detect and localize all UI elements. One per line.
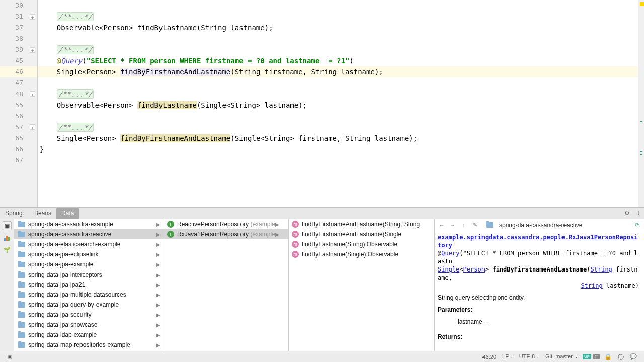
line-number: 30 — [0, 0, 37, 11]
forward-icon[interactable]: → — [449, 221, 457, 229]
cursor-position[interactable]: 46:20 — [479, 354, 499, 360]
update-badge[interactable]: UP — [583, 354, 591, 359]
chevron-right-icon: ▶ — [156, 282, 164, 288]
tab-data[interactable]: Data — [56, 208, 79, 219]
repository-item[interactable]: IReactivePersonRepository (example▶ — [164, 219, 288, 229]
code-content[interactable]: /**...*/ Observable<Person> findByLastna… — [38, 0, 644, 207]
badge[interactable]: ▢ — [593, 354, 600, 359]
module-icon[interactable]: ▣ — [3, 221, 12, 230]
chevron-right-icon: ▶ — [156, 262, 164, 267]
file-encoding[interactable]: UTF-8≑ — [516, 353, 542, 360]
refresh-icon[interactable]: ⟳ — [633, 221, 641, 229]
chevron-right-icon: ▶ — [156, 322, 164, 328]
fold-toggle[interactable]: + — [30, 14, 35, 20]
gear-icon[interactable]: ⚙ — [621, 210, 633, 217]
module-item[interactable]: spring-data-cassandra-reactive▶ — [14, 229, 164, 239]
module-item[interactable]: spring-data-map-repositories-example▶ — [14, 340, 164, 350]
line-number: 47 — [0, 77, 37, 88]
method-signature: findByLastname(Single):Observable — [302, 251, 398, 258]
chevron-right-icon: ▶ — [156, 272, 164, 278]
module-item[interactable]: spring-data-jpa-security▶ — [14, 310, 164, 320]
edit-icon[interactable]: ✎ — [471, 221, 479, 229]
single-link[interactable]: Single — [438, 266, 459, 273]
method-item[interactable]: mfindByLastname(Single):Observable — [289, 249, 434, 259]
folder-icon — [18, 342, 25, 348]
query-annotation[interactable]: Query — [61, 57, 82, 65]
module-item[interactable]: spring-data-jpa-eclipselink▶ — [14, 249, 164, 259]
fold-toggle[interactable]: + — [30, 125, 35, 130]
folder-icon — [18, 312, 25, 318]
method-icon: m — [292, 251, 299, 258]
method-signature: findByFirstnameAndLastname(Single — [302, 231, 401, 238]
module-name: spring-data-jpa-example — [28, 261, 156, 268]
method-item[interactable]: mfindByLastname(String):Observable — [289, 239, 434, 249]
marker[interactable] — [640, 151, 642, 152]
module-name: spring-data-jpa-eclipselink — [28, 251, 156, 258]
line-number: 38 — [0, 33, 37, 44]
folder-icon — [18, 262, 25, 267]
fold-toggle[interactable]: + — [30, 47, 35, 53]
line-number: 65 — [0, 133, 37, 144]
chevron-right-icon: ▶ — [156, 232, 164, 237]
doc-breadcrumb: spring-data-cassandra-reactive — [482, 222, 630, 229]
string-link[interactable]: String — [590, 266, 612, 273]
fqn-link[interactable]: example.springdata.cassandra.people.RxJa… — [438, 234, 637, 249]
module-item[interactable]: spring-data-jpa-jpa21▶ — [14, 280, 164, 290]
chevron-right-icon: ▶ — [156, 312, 164, 318]
git-branch[interactable]: Git: master ≑ — [542, 353, 582, 360]
module-item[interactable]: spring-data-ldap-example▶ — [14, 330, 164, 340]
module-item[interactable]: spring-data-cassandra-example▶ — [14, 219, 164, 229]
person-link[interactable]: Person — [463, 266, 485, 273]
folder-icon — [18, 332, 25, 338]
bean-icon[interactable]: 🌱 — [3, 245, 12, 254]
marker[interactable] — [640, 154, 642, 155]
module-item[interactable]: spring-data-jpa-showcase▶ — [14, 320, 164, 330]
module-item[interactable]: spring-data-jpa-multiple-datasources▶ — [14, 290, 164, 300]
module-name: spring-data-jpa-security — [28, 311, 156, 318]
line-number: 57+ — [0, 122, 37, 133]
notification-icon[interactable]: 💬 — [627, 353, 640, 360]
module-item[interactable]: spring-data-jpa-query-by-example▶ — [14, 300, 164, 310]
module-item[interactable]: spring-data-jpa-interceptors▶ — [14, 269, 164, 280]
folded-javadoc[interactable]: /**...*/ — [57, 89, 94, 99]
repository-item[interactable]: IRxJava1PersonRepository (example▶ — [164, 229, 288, 239]
folder-icon — [18, 222, 25, 227]
folded-javadoc[interactable]: /**...*/ — [57, 123, 94, 132]
tab-beans[interactable]: Beans — [29, 208, 56, 219]
line-separator[interactable]: LF≑ — [499, 353, 516, 360]
module-name: spring-data-jpa-query-by-example — [28, 301, 156, 308]
up-icon[interactable]: ↑ — [460, 221, 468, 229]
module-tree[interactable]: spring-data-cassandra-example▶spring-dat… — [14, 219, 164, 351]
method-item[interactable]: mfindByFirstnameAndLastname(Single — [289, 229, 434, 239]
folder-icon — [18, 322, 25, 328]
chevron-right-icon: ▶ — [156, 292, 164, 298]
tool-window-toggle-icon[interactable]: ▣ — [4, 353, 15, 360]
line-gutter: 3031+373839+4546💡4748+555657+656667 — [0, 0, 38, 207]
repository-name: RxJava1PersonRepository (example — [177, 231, 275, 238]
method-item[interactable]: mfindByFirstnameAndLastname(String, Stri… — [289, 219, 434, 229]
folded-javadoc[interactable]: /**...*/ — [57, 12, 94, 21]
method-list[interactable]: mfindByFirstnameAndLastname(String, Stri… — [289, 219, 435, 351]
chevron-right-icon: ▶ — [156, 222, 164, 227]
module-item[interactable]: spring-data-elasticsearch-example▶ — [14, 239, 164, 249]
marker[interactable] — [640, 121, 642, 122]
chevron-right-icon: ▶ — [275, 232, 282, 237]
chevron-right-icon: ▶ — [275, 222, 282, 227]
module-item[interactable]: spring-data-jpa-example▶ — [14, 259, 164, 269]
repository-list[interactable]: IReactivePersonRepository (example▶IRxJa… — [164, 219, 289, 351]
folded-javadoc[interactable]: /**...*/ — [57, 45, 94, 54]
fold-toggle[interactable]: + — [30, 92, 35, 97]
query-link[interactable]: Query — [441, 250, 459, 257]
minimize-icon[interactable]: ⤓ — [633, 210, 644, 217]
module-name: spring-data-jpa-multiple-datasources — [28, 291, 156, 298]
chart-icon[interactable] — [3, 233, 12, 242]
line-number: 39+ — [0, 44, 37, 55]
status-bar: ▣ 46:20 LF≑ UTF-8≑ Git: master ≑ UP ▢ 🔒 … — [0, 351, 644, 362]
processes-icon[interactable]: ◯ — [615, 353, 627, 360]
warning-marker[interactable] — [640, 2, 644, 6]
back-icon[interactable]: ← — [438, 221, 446, 229]
error-stripe[interactable] — [638, 0, 644, 207]
string-link[interactable]: String — [581, 282, 602, 289]
doc-toolbar: ← → ↑ ✎ spring-data-cassandra-reactive ⟳ — [435, 219, 644, 231]
lock-icon[interactable]: 🔒 — [601, 353, 615, 360]
